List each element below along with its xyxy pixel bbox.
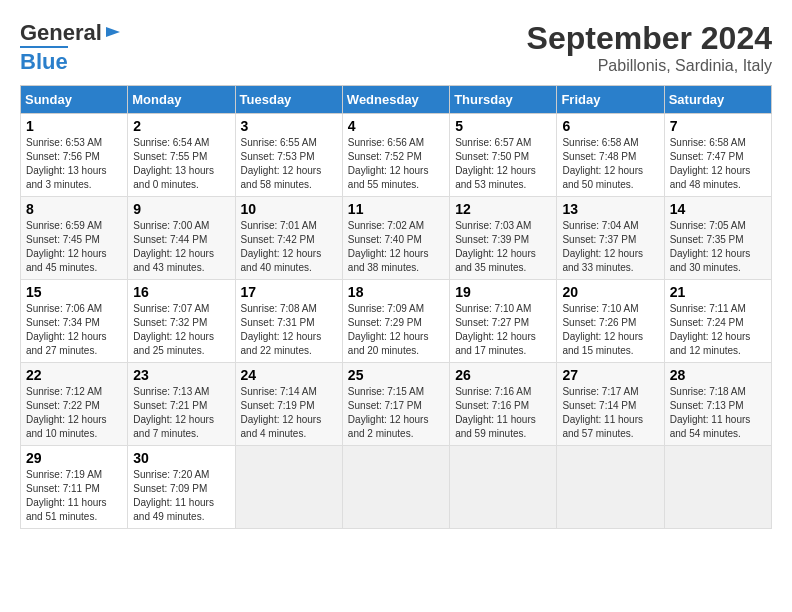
- calendar-week-row: 8Sunrise: 6:59 AM Sunset: 7:45 PM Daylig…: [21, 197, 772, 280]
- day-info: Sunrise: 7:12 AM Sunset: 7:22 PM Dayligh…: [26, 385, 122, 441]
- weekday-header-wednesday: Wednesday: [342, 86, 449, 114]
- day-number: 4: [348, 118, 444, 134]
- day-info: Sunrise: 7:13 AM Sunset: 7:21 PM Dayligh…: [133, 385, 229, 441]
- day-number: 13: [562, 201, 658, 217]
- calendar-cell: 27Sunrise: 7:17 AM Sunset: 7:14 PM Dayli…: [557, 363, 664, 446]
- calendar-cell: [450, 446, 557, 529]
- day-info: Sunrise: 6:58 AM Sunset: 7:47 PM Dayligh…: [670, 136, 766, 192]
- calendar-week-row: 22Sunrise: 7:12 AM Sunset: 7:22 PM Dayli…: [21, 363, 772, 446]
- location-title: Pabillonis, Sardinia, Italy: [527, 57, 772, 75]
- day-number: 28: [670, 367, 766, 383]
- month-title: September 2024: [527, 20, 772, 57]
- day-info: Sunrise: 6:53 AM Sunset: 7:56 PM Dayligh…: [26, 136, 122, 192]
- day-info: Sunrise: 7:07 AM Sunset: 7:32 PM Dayligh…: [133, 302, 229, 358]
- calendar-cell: 20Sunrise: 7:10 AM Sunset: 7:26 PM Dayli…: [557, 280, 664, 363]
- day-number: 21: [670, 284, 766, 300]
- day-info: Sunrise: 7:06 AM Sunset: 7:34 PM Dayligh…: [26, 302, 122, 358]
- day-info: Sunrise: 7:01 AM Sunset: 7:42 PM Dayligh…: [241, 219, 337, 275]
- day-number: 19: [455, 284, 551, 300]
- logo-general: General: [20, 20, 102, 46]
- day-number: 7: [670, 118, 766, 134]
- calendar-cell: 7Sunrise: 6:58 AM Sunset: 7:47 PM Daylig…: [664, 114, 771, 197]
- day-info: Sunrise: 7:03 AM Sunset: 7:39 PM Dayligh…: [455, 219, 551, 275]
- calendar-cell: 24Sunrise: 7:14 AM Sunset: 7:19 PM Dayli…: [235, 363, 342, 446]
- calendar-cell: [342, 446, 449, 529]
- calendar-cell: 11Sunrise: 7:02 AM Sunset: 7:40 PM Dayli…: [342, 197, 449, 280]
- calendar-week-row: 15Sunrise: 7:06 AM Sunset: 7:34 PM Dayli…: [21, 280, 772, 363]
- day-info: Sunrise: 6:55 AM Sunset: 7:53 PM Dayligh…: [241, 136, 337, 192]
- day-number: 25: [348, 367, 444, 383]
- day-info: Sunrise: 7:02 AM Sunset: 7:40 PM Dayligh…: [348, 219, 444, 275]
- day-info: Sunrise: 6:59 AM Sunset: 7:45 PM Dayligh…: [26, 219, 122, 275]
- day-number: 11: [348, 201, 444, 217]
- calendar-cell: 3Sunrise: 6:55 AM Sunset: 7:53 PM Daylig…: [235, 114, 342, 197]
- calendar-cell: 10Sunrise: 7:01 AM Sunset: 7:42 PM Dayli…: [235, 197, 342, 280]
- weekday-header-saturday: Saturday: [664, 86, 771, 114]
- day-number: 10: [241, 201, 337, 217]
- day-number: 2: [133, 118, 229, 134]
- calendar-cell: 14Sunrise: 7:05 AM Sunset: 7:35 PM Dayli…: [664, 197, 771, 280]
- calendar-cell: 6Sunrise: 6:58 AM Sunset: 7:48 PM Daylig…: [557, 114, 664, 197]
- calendar-cell: [235, 446, 342, 529]
- calendar-cell: 2Sunrise: 6:54 AM Sunset: 7:55 PM Daylig…: [128, 114, 235, 197]
- calendar-cell: 8Sunrise: 6:59 AM Sunset: 7:45 PM Daylig…: [21, 197, 128, 280]
- day-number: 18: [348, 284, 444, 300]
- day-info: Sunrise: 7:10 AM Sunset: 7:27 PM Dayligh…: [455, 302, 551, 358]
- day-info: Sunrise: 7:20 AM Sunset: 7:09 PM Dayligh…: [133, 468, 229, 524]
- calendar-cell: 18Sunrise: 7:09 AM Sunset: 7:29 PM Dayli…: [342, 280, 449, 363]
- day-number: 3: [241, 118, 337, 134]
- weekday-header-sunday: Sunday: [21, 86, 128, 114]
- calendar-header-row: SundayMondayTuesdayWednesdayThursdayFrid…: [21, 86, 772, 114]
- calendar-cell: 12Sunrise: 7:03 AM Sunset: 7:39 PM Dayli…: [450, 197, 557, 280]
- calendar-cell: 17Sunrise: 7:08 AM Sunset: 7:31 PM Dayli…: [235, 280, 342, 363]
- logo-blue: Blue: [20, 46, 68, 75]
- day-number: 24: [241, 367, 337, 383]
- day-info: Sunrise: 7:18 AM Sunset: 7:13 PM Dayligh…: [670, 385, 766, 441]
- day-number: 15: [26, 284, 122, 300]
- calendar-cell: 5Sunrise: 6:57 AM Sunset: 7:50 PM Daylig…: [450, 114, 557, 197]
- calendar-cell: 22Sunrise: 7:12 AM Sunset: 7:22 PM Dayli…: [21, 363, 128, 446]
- day-info: Sunrise: 6:54 AM Sunset: 7:55 PM Dayligh…: [133, 136, 229, 192]
- day-number: 9: [133, 201, 229, 217]
- svg-marker-0: [106, 27, 120, 37]
- calendar-cell: 4Sunrise: 6:56 AM Sunset: 7:52 PM Daylig…: [342, 114, 449, 197]
- day-number: 8: [26, 201, 122, 217]
- day-number: 5: [455, 118, 551, 134]
- day-info: Sunrise: 6:56 AM Sunset: 7:52 PM Dayligh…: [348, 136, 444, 192]
- calendar-cell: 29Sunrise: 7:19 AM Sunset: 7:11 PM Dayli…: [21, 446, 128, 529]
- day-info: Sunrise: 7:08 AM Sunset: 7:31 PM Dayligh…: [241, 302, 337, 358]
- calendar-cell: 16Sunrise: 7:07 AM Sunset: 7:32 PM Dayli…: [128, 280, 235, 363]
- calendar-cell: 19Sunrise: 7:10 AM Sunset: 7:27 PM Dayli…: [450, 280, 557, 363]
- day-info: Sunrise: 7:19 AM Sunset: 7:11 PM Dayligh…: [26, 468, 122, 524]
- day-info: Sunrise: 6:58 AM Sunset: 7:48 PM Dayligh…: [562, 136, 658, 192]
- calendar-table: SundayMondayTuesdayWednesdayThursdayFrid…: [20, 85, 772, 529]
- calendar-cell: 25Sunrise: 7:15 AM Sunset: 7:17 PM Dayli…: [342, 363, 449, 446]
- day-number: 6: [562, 118, 658, 134]
- calendar-cell: 9Sunrise: 7:00 AM Sunset: 7:44 PM Daylig…: [128, 197, 235, 280]
- calendar-cell: 26Sunrise: 7:16 AM Sunset: 7:16 PM Dayli…: [450, 363, 557, 446]
- day-number: 17: [241, 284, 337, 300]
- day-number: 30: [133, 450, 229, 466]
- day-info: Sunrise: 7:05 AM Sunset: 7:35 PM Dayligh…: [670, 219, 766, 275]
- day-number: 23: [133, 367, 229, 383]
- header: General Blue September 2024 Pabillonis, …: [20, 20, 772, 75]
- day-info: Sunrise: 7:14 AM Sunset: 7:19 PM Dayligh…: [241, 385, 337, 441]
- calendar-cell: 21Sunrise: 7:11 AM Sunset: 7:24 PM Dayli…: [664, 280, 771, 363]
- day-info: Sunrise: 7:04 AM Sunset: 7:37 PM Dayligh…: [562, 219, 658, 275]
- calendar-cell: 1Sunrise: 6:53 AM Sunset: 7:56 PM Daylig…: [21, 114, 128, 197]
- weekday-header-tuesday: Tuesday: [235, 86, 342, 114]
- weekday-header-thursday: Thursday: [450, 86, 557, 114]
- day-info: Sunrise: 7:10 AM Sunset: 7:26 PM Dayligh…: [562, 302, 658, 358]
- weekday-header-friday: Friday: [557, 86, 664, 114]
- logo-arrow-icon: [104, 23, 122, 41]
- calendar-cell: 30Sunrise: 7:20 AM Sunset: 7:09 PM Dayli…: [128, 446, 235, 529]
- day-number: 12: [455, 201, 551, 217]
- calendar-week-row: 29Sunrise: 7:19 AM Sunset: 7:11 PM Dayli…: [21, 446, 772, 529]
- logo: General Blue: [20, 20, 122, 75]
- weekday-header-monday: Monday: [128, 86, 235, 114]
- day-number: 26: [455, 367, 551, 383]
- day-number: 1: [26, 118, 122, 134]
- day-info: Sunrise: 7:15 AM Sunset: 7:17 PM Dayligh…: [348, 385, 444, 441]
- day-number: 29: [26, 450, 122, 466]
- day-number: 20: [562, 284, 658, 300]
